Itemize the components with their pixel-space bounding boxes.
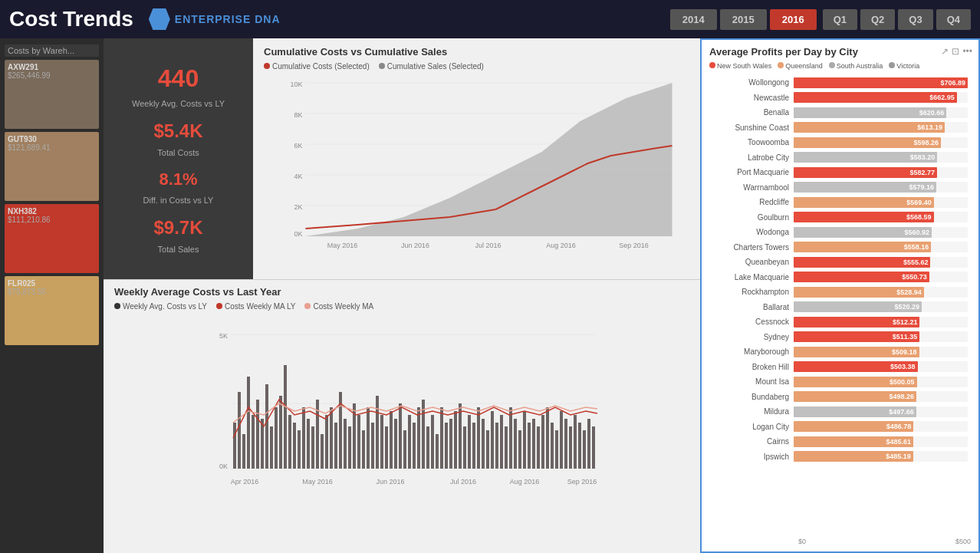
legend-vic: Victoria [889,62,919,70]
bar-row-charters-towers: Charters Towers $558.16 [709,241,968,254]
svg-marker-12 [306,83,673,236]
bar-container-24: $485.61 [794,436,968,447]
bar-value-24: $485.61 [886,438,911,446]
svg-rect-67 [436,434,439,469]
svg-text:10K: 10K [290,81,302,88]
bar-value-20: $500.05 [890,378,915,386]
svg-rect-84 [514,419,517,469]
bar-city-13: Lake Macquarie [709,273,794,281]
bar-fill-16: $512.21 [794,317,919,328]
bar-value-13: $550.73 [902,273,927,281]
svg-rect-78 [486,430,489,469]
bar-container-1: $662.95 [794,92,968,103]
bar-row-broken-hill: Broken Hill $503.38 [709,360,968,374]
cumulative-chart-title: Cumulative Costs vs Cumulative Sales [264,46,689,58]
svg-rect-69 [445,423,448,469]
svg-text:6K: 6K [294,142,302,150]
bar-city-7: Warrnambool [709,183,794,192]
svg-text:Jun 2016: Jun 2016 [376,478,404,486]
bar-fill-20: $500.05 [794,377,917,387]
sidebar-item-AXW291[interactable]: AXW291 $265,446.99 [5,60,99,129]
bar-container-17: $511.35 [794,331,968,342]
bar-value-8: $569.40 [906,199,932,206]
bar-fill-15: $520.29 [794,301,922,312]
bar-fill-11: $558.16 [794,242,931,252]
bar-fill-21: $498.26 [794,391,916,402]
bar-value-5: $583.20 [910,153,936,161]
bar-chart-area[interactable]: Wollongong $706.89 Newcastle $662.95 Ben… [709,76,971,535]
svg-rect-26 [247,377,250,469]
bar-value-4: $598.26 [914,139,939,146]
bar-city-11: Charters Towers [709,243,794,252]
svg-text:4K: 4K [294,173,302,180]
svg-rect-31 [270,426,273,469]
axis-labels: $0 $500 [709,538,971,545]
svg-text:2K: 2K [294,203,302,211]
svg-rect-75 [472,423,475,469]
svg-text:May 2016: May 2016 [327,242,358,249]
year-tab-2015[interactable]: 2015 [720,9,767,30]
sidebar-item-value: $111,210.86 [8,216,96,224]
quarter-tab-Q4[interactable]: Q4 [936,9,971,30]
bar-city-19: Broken Hill [709,363,794,371]
bar-row-cessnock: Cessnock $512.21 [709,315,968,328]
bar-row-benalla: Benalla $620.66 [709,106,968,119]
bar-fill-25: $485.19 [794,451,913,462]
sidebar-item-GUT930[interactable]: GUT930 $121,689.41 [5,132,99,201]
svg-rect-55 [380,415,383,469]
total-costs-label: Total Costs [157,148,199,157]
sidebar-item-value: $121,689.41 [8,143,96,152]
quarter-tab-Q1[interactable]: Q1 [823,9,857,30]
bar-container-6: $582.77 [794,167,968,178]
bar-value-9: $568.59 [906,213,932,221]
bar-city-25: Ipswich [709,453,794,461]
quarter-tab-Q2[interactable]: Q2 [860,9,895,30]
legend-sales: Cumulative Sales (Selected) [379,62,484,71]
svg-rect-53 [371,423,374,469]
more-icon[interactable]: ••• [962,46,972,57]
weekly-chart-legend: Weekly Avg. Costs vs LY Costs Weekly MA … [114,302,689,311]
svg-rect-52 [367,407,370,469]
bar-fill-1: $662.95 [794,92,957,103]
svg-rect-61 [408,415,411,469]
quarter-tabs: Q1Q2Q3Q4 [823,9,971,30]
svg-rect-63 [417,407,420,469]
bar-value-1: $662.95 [929,94,955,101]
svg-rect-90 [541,415,544,469]
sidebar-item-FLR025[interactable]: FLR025 $75,873.55 [5,276,99,345]
top-area: 440 Weekly Avg. Costs vs LY $5.4K Total … [104,38,700,280]
focus-icon[interactable]: ⊡ [952,46,959,57]
year-tab-2016[interactable]: 2016 [770,9,817,30]
expand-icon[interactable]: ↗ [941,46,949,57]
bar-container-22: $497.66 [794,407,968,417]
bar-container-3: $613.19 [794,122,968,133]
svg-rect-25 [242,434,245,469]
svg-rect-32 [275,407,278,469]
svg-rect-100 [587,419,590,469]
svg-rect-36 [293,423,296,469]
svg-text:Aug 2016: Aug 2016 [546,242,576,249]
bar-fill-2: $620.66 [794,107,946,118]
svg-rect-82 [505,426,508,469]
bar-container-18: $509.18 [794,347,968,357]
svg-rect-99 [583,430,586,469]
svg-rect-95 [564,419,567,469]
year-tab-2014[interactable]: 2014 [670,9,717,30]
bar-row-redcliffe: Redcliffe $569.40 [709,196,968,209]
svg-rect-48 [348,426,351,469]
svg-rect-77 [482,419,485,469]
sidebar-item-NXH382[interactable]: NXH382 $111,210.86 [5,204,99,273]
svg-text:Jun 2016: Jun 2016 [401,242,429,249]
bar-value-19: $503.38 [890,363,916,370]
weekly-avg-label: Weekly Avg. Costs vs LY [132,99,225,108]
bar-value-21: $498.26 [889,393,914,400]
legend-costs-ma-ly: Costs Weekly MA LY [216,302,295,311]
bar-fill-22: $497.66 [794,407,916,417]
svg-text:Apr 2016: Apr 2016 [231,478,259,486]
quarter-tab-Q3[interactable]: Q3 [898,9,932,30]
svg-rect-23 [233,423,236,469]
bar-fill-9: $568.59 [794,212,934,222]
bar-city-20: Mount Isa [709,377,794,386]
bar-container-13: $550.73 [794,272,968,282]
weekly-svg: 5K 0K [114,315,689,515]
